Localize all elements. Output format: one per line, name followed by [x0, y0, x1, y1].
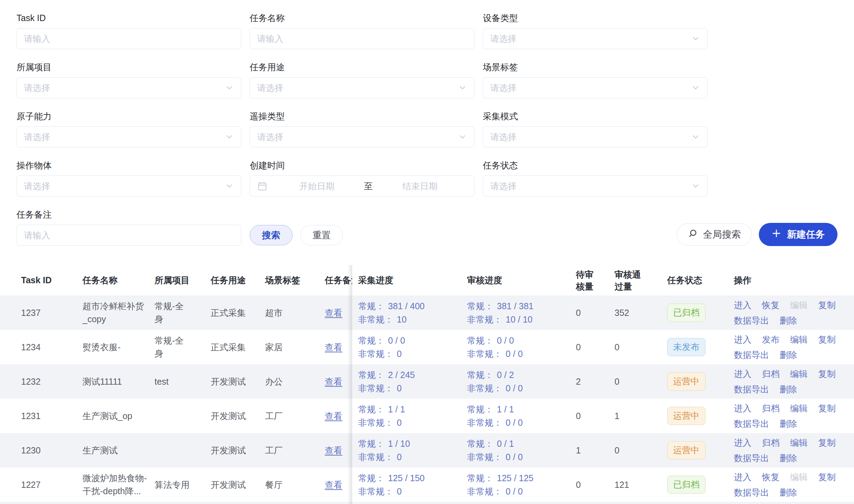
op-enter[interactable]: 进入 — [734, 472, 751, 482]
op-export[interactable]: 数据导出 — [734, 315, 769, 326]
reset-button[interactable]: 重置 — [300, 225, 343, 245]
op-enter[interactable]: 进入 — [734, 403, 751, 413]
header-status: 任务状态 — [667, 274, 734, 286]
op-edit[interactable]: 编辑 — [790, 369, 808, 379]
op-enter[interactable]: 进入 — [734, 369, 751, 379]
atomic-ability-select[interactable]: 请选择 — [17, 126, 241, 147]
op-restore[interactable]: 恢复 — [762, 472, 780, 482]
device-type-select[interactable]: 请选择 — [483, 28, 708, 49]
op-copy[interactable]: 复制 — [818, 472, 836, 482]
op-export[interactable]: 数据导出 — [734, 487, 769, 498]
project-select[interactable]: 请选择 — [17, 77, 241, 98]
op-export[interactable]: 数据导出 — [734, 418, 769, 429]
op-enter[interactable]: 进入 — [734, 300, 751, 310]
start-date-input[interactable]: 开始日期 — [270, 180, 364, 192]
filter-label: 操作物体 — [17, 160, 241, 171]
op-publish[interactable]: 发布 — [762, 334, 780, 345]
op-edit[interactable]: 编辑 — [790, 300, 808, 310]
op-enter[interactable]: 进入 — [734, 334, 751, 345]
op-archive[interactable]: 归档 — [762, 369, 780, 379]
op-delete[interactable]: 删除 — [780, 418, 797, 429]
op-copy[interactable]: 复制 — [818, 369, 836, 379]
op-delete[interactable]: 删除 — [780, 487, 797, 498]
cell-approved: 0 — [615, 377, 667, 387]
cell-status: 已归档 — [667, 304, 734, 322]
operate-object-select[interactable]: 请选择 — [17, 175, 241, 197]
task-status-select[interactable]: 请选择 — [483, 175, 708, 197]
date-range-picker[interactable]: 开始日期 至 结束日期 — [250, 175, 474, 197]
cell-task-id: 1231 — [0, 411, 83, 421]
task-id-input[interactable]: 请输入 — [17, 28, 241, 49]
new-task-button[interactable]: 新建任务 — [759, 223, 837, 246]
op-delete[interactable]: 删除 — [780, 350, 797, 360]
cell-pending-review: 0 — [576, 342, 615, 352]
cell-purpose: 开发测试 — [211, 410, 265, 422]
end-date-input[interactable]: 结束日期 — [373, 180, 467, 192]
scene-tag-select[interactable]: 请选择 — [483, 77, 708, 98]
view-remark-link[interactable]: 查看 — [325, 445, 342, 455]
op-export[interactable]: 数据导出 — [734, 453, 769, 463]
op-archive[interactable]: 归档 — [762, 403, 780, 413]
collect-regular-value: 381 / 400 — [388, 301, 425, 311]
op-edit[interactable]: 编辑 — [790, 334, 808, 345]
cell-approved: 352 — [615, 308, 667, 318]
op-copy[interactable]: 复制 — [818, 300, 836, 310]
cell-task-id: 1234 — [0, 342, 83, 352]
search-button[interactable]: 搜索 — [250, 225, 293, 245]
op-copy[interactable]: 复制 — [818, 403, 836, 413]
op-delete[interactable]: 删除 — [780, 384, 797, 394]
status-badge: 运营中 — [667, 441, 705, 459]
view-remark-link[interactable]: 查看 — [325, 411, 342, 421]
global-search-button[interactable]: 全局搜索 — [677, 223, 752, 246]
teleop-type-select[interactable]: 请选择 — [250, 126, 474, 147]
regular-label: 常规： — [467, 404, 493, 414]
op-export[interactable]: 数据导出 — [734, 350, 769, 360]
view-remark-link[interactable]: 查看 — [325, 342, 342, 352]
cell-ops: 进入归档编辑复制数据导出删除 — [734, 437, 854, 463]
collect-irregular-value: 10 — [397, 314, 407, 324]
filter-project: 所属项目 请选择 — [17, 62, 241, 98]
collect-mode-select[interactable]: 请选择 — [483, 126, 708, 147]
task-name-input[interactable]: 请输入 — [250, 28, 474, 49]
header-scene: 场景标签 — [265, 274, 321, 286]
op-enter[interactable]: 进入 — [734, 437, 751, 448]
filter-label: 任务备注 — [17, 209, 241, 220]
op-edit[interactable]: 编辑 — [790, 403, 808, 413]
regular-label: 常规： — [467, 439, 493, 449]
task-remark-input[interactable]: 请输入 — [17, 225, 241, 246]
op-delete[interactable]: 删除 — [780, 315, 797, 326]
header-remark: 任务备注 — [321, 274, 352, 286]
view-remark-link[interactable]: 查看 — [325, 480, 342, 490]
irregular-label: 非常规： — [467, 314, 502, 324]
header-purpose: 任务用途 — [211, 274, 265, 286]
calendar-icon — [257, 181, 268, 191]
cell-ops: 进入发布编辑复制数据导出删除 — [734, 334, 854, 360]
cell-status: 运营中 — [667, 407, 734, 425]
filter-purpose: 任务用途 请选择 — [250, 62, 474, 98]
op-archive[interactable]: 归档 — [762, 437, 780, 448]
op-delete[interactable]: 删除 — [780, 453, 797, 463]
review-regular-value: 381 / 381 — [497, 301, 533, 311]
view-remark-link[interactable]: 查看 — [325, 308, 342, 318]
cell-review-progress: 常规：0 / 1 非常规：0 / 0 — [467, 437, 576, 464]
op-edit[interactable]: 编辑 — [790, 437, 808, 448]
purpose-select[interactable]: 请选择 — [250, 77, 474, 98]
review-regular-value: 125 / 125 — [497, 473, 533, 483]
cell-review-progress: 常规：1 / 1 非常规：0 / 0 — [467, 403, 576, 429]
filter-task-name: 任务名称 请输入 — [250, 13, 474, 49]
op-copy[interactable]: 复制 — [818, 334, 836, 345]
cell-purpose: 开发测试 — [211, 376, 265, 387]
header-task-id: Task ID — [0, 275, 83, 285]
op-edit[interactable]: 编辑 — [790, 472, 808, 482]
op-links: 进入发布编辑复制数据导出删除 — [734, 334, 850, 360]
table-row: 1234 熨烫衣服- 常规-全身 正式采集 家居 查看 常规：0 / 0 非常规… — [0, 330, 854, 364]
collect-irregular-value: 0 — [397, 349, 402, 359]
table-row: 1231 生产测试_op 开发测试 工厂 查看 常规：1 / 1 非常规：0 常… — [0, 399, 854, 433]
op-export[interactable]: 数据导出 — [734, 384, 769, 394]
view-remark-link[interactable]: 查看 — [325, 377, 342, 386]
chevron-down-icon — [691, 181, 700, 191]
filter-operate-object: 操作物体 请选择 — [17, 160, 241, 197]
status-badge: 运营中 — [667, 407, 705, 425]
op-restore[interactable]: 恢复 — [762, 300, 780, 310]
op-copy[interactable]: 复制 — [818, 437, 836, 448]
